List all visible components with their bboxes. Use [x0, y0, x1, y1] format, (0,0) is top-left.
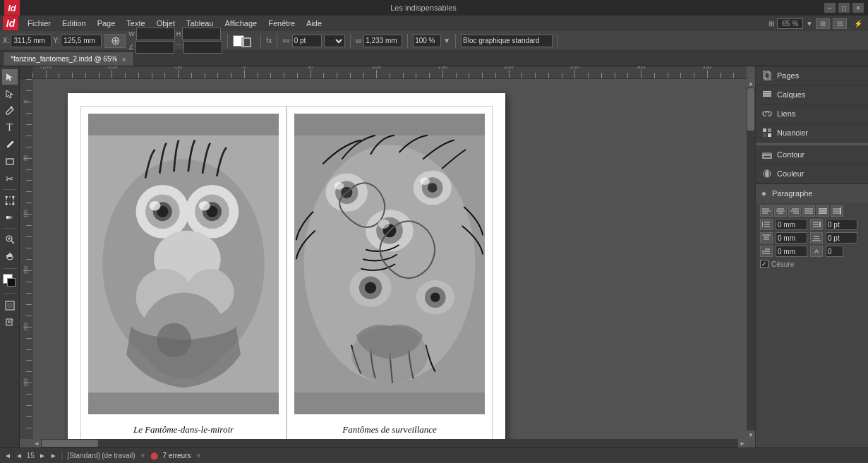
align-left-btn[interactable]	[760, 205, 773, 217]
paragraphe-header[interactable]: ◆ Paragraphe	[756, 184, 868, 203]
space-after-input[interactable]	[826, 232, 857, 243]
note-tool[interactable]	[2, 315, 18, 330]
titlebar-left: Id	[4, 0, 23, 16]
right-page-image	[294, 114, 485, 414]
scroll-thumb-v[interactable]	[747, 88, 754, 131]
shear-input[interactable]	[183, 41, 222, 54]
opacity-dropdown[interactable]: ▼	[443, 37, 450, 44]
pen-tool[interactable]	[2, 103, 18, 119]
page-number[interactable]: 15	[27, 452, 35, 459]
direct-selection-tool[interactable]	[2, 86, 18, 102]
indent-left-input[interactable]	[776, 219, 807, 230]
width-input[interactable]	[136, 28, 175, 40]
scroll-down-button[interactable]: ▼	[747, 431, 755, 439]
error-count[interactable]: 7 erreurs	[162, 452, 191, 459]
grid-icon[interactable]: ⊟	[833, 18, 847, 29]
pages-panel-header[interactable]: Pages	[756, 66, 868, 85]
rectangle-tool[interactable]	[2, 154, 18, 169]
zoom-tool[interactable]	[2, 232, 18, 247]
paragraphe-section: ◆ Paragraphe	[756, 184, 868, 271]
calques-panel-section: Calques	[756, 85, 868, 104]
menu-edition[interactable]: Edition	[57, 18, 91, 29]
horizontal-scrollbar[interactable]: ◄ ►	[32, 439, 747, 447]
align-right-btn[interactable]	[788, 205, 801, 217]
canvas-area[interactable]: Le Fantôme-dans-le-miroir	[32, 79, 747, 439]
align-justify-right-btn[interactable]	[831, 205, 843, 217]
free-transform-tool[interactable]	[2, 193, 18, 208]
calques-panel-header[interactable]: Calques	[756, 85, 868, 104]
scroll-track-h	[41, 439, 738, 447]
nuancier-panel-header[interactable]: Nuancier	[756, 124, 868, 142]
tab-close-button[interactable]: ×	[121, 55, 126, 64]
angle-input[interactable]	[135, 41, 174, 54]
height-icon: H	[176, 30, 181, 37]
selection-tool[interactable]	[2, 69, 18, 85]
swatches-icon	[761, 127, 773, 138]
fill-stroke-widget[interactable]	[2, 273, 18, 289]
left-page-image	[88, 114, 279, 414]
scissors-tool[interactable]: ✂	[2, 171, 18, 186]
status-sep-2: ▼	[140, 452, 147, 459]
liens-panel-header[interactable]: Liens	[756, 104, 868, 123]
vertical-scrollbar[interactable]: ▲ ▼	[747, 79, 755, 439]
stroke-color-swatch[interactable]	[241, 37, 251, 47]
indent-right-input[interactable]	[826, 219, 857, 230]
svg-point-0	[10, 107, 12, 109]
status-icon-next[interactable]: ►	[39, 452, 46, 459]
gradient-tool[interactable]	[2, 210, 18, 225]
menu-fichier[interactable]: Fichier	[23, 18, 56, 29]
status-icon-next2[interactable]: ►	[50, 452, 57, 459]
error-indicator[interactable]: ⬤	[150, 452, 158, 459]
align-justify-all-btn[interactable]	[816, 205, 829, 217]
caesura-checkbox[interactable]: ✓	[760, 260, 768, 268]
left-caption: Le Fantôme-dans-le-miroir	[133, 424, 234, 435]
status-sep-1: |	[61, 452, 64, 459]
dropcap-input[interactable]	[826, 246, 843, 257]
menu-affichage[interactable]: Affichage	[220, 18, 263, 29]
svg-rect-1	[6, 159, 13, 164]
stroke-type-select[interactable]	[324, 35, 345, 47]
hand-tool[interactable]	[2, 248, 18, 264]
type-tool[interactable]: T	[2, 120, 18, 136]
ghost-face-artwork-2	[294, 114, 485, 414]
contour-panel-header[interactable]: Contour	[756, 145, 868, 164]
scroll-right-button[interactable]: ►	[738, 439, 747, 447]
couleur-panel-header[interactable]: Couleur	[756, 164, 868, 183]
style-input[interactable]	[461, 35, 553, 47]
align-justify-btn[interactable]	[802, 205, 815, 217]
menu-aide[interactable]: Aide	[301, 18, 327, 29]
maximize-button[interactable]: □	[838, 3, 850, 13]
status-icon-prev2[interactable]: ◄	[16, 452, 23, 459]
pencil-tool[interactable]	[2, 137, 18, 152]
svg-rect-60	[763, 128, 766, 132]
preview-mode-btn[interactable]	[2, 298, 18, 313]
svg-point-53	[420, 177, 430, 185]
scroll-up-button[interactable]: ▲	[747, 79, 755, 88]
right-panel: Pages Calques Liens	[755, 66, 868, 447]
svg-line-9	[11, 241, 14, 243]
document-tab[interactable]: *fanzine_fantomes_2.indd @ 65% ×	[3, 52, 134, 66]
y-input[interactable]	[61, 35, 102, 47]
stroke-input[interactable]	[292, 35, 322, 47]
color-icon	[761, 168, 773, 179]
width-mm-input[interactable]	[363, 35, 402, 47]
first-line-input[interactable]	[776, 246, 807, 257]
scroll-thumb-h[interactable]	[42, 440, 98, 447]
space-before-input[interactable]	[776, 232, 807, 243]
zoom-dropdown-icon[interactable]: ▼	[806, 20, 813, 28]
height-input[interactable]	[182, 28, 221, 40]
app-logo: Id	[4, 0, 20, 16]
opacity-input[interactable]	[413, 35, 441, 47]
zoom-level[interactable]: 65 %	[777, 18, 803, 29]
close-button[interactable]: ×	[852, 3, 864, 13]
minimize-button[interactable]: −	[824, 3, 836, 13]
x-input[interactable]	[11, 35, 52, 47]
view-mode-btn[interactable]: ⊞	[816, 18, 830, 29]
menu-page[interactable]: Page	[92, 18, 121, 29]
indent-left-row	[760, 219, 864, 230]
window-controls[interactable]: − □ ×	[824, 3, 864, 13]
align-center-btn[interactable]	[774, 205, 787, 217]
status-icon-prev[interactable]: ◄	[4, 452, 11, 459]
scroll-left-button[interactable]: ◄	[32, 439, 41, 447]
menu-fenetre[interactable]: Fenêtre	[263, 18, 300, 29]
